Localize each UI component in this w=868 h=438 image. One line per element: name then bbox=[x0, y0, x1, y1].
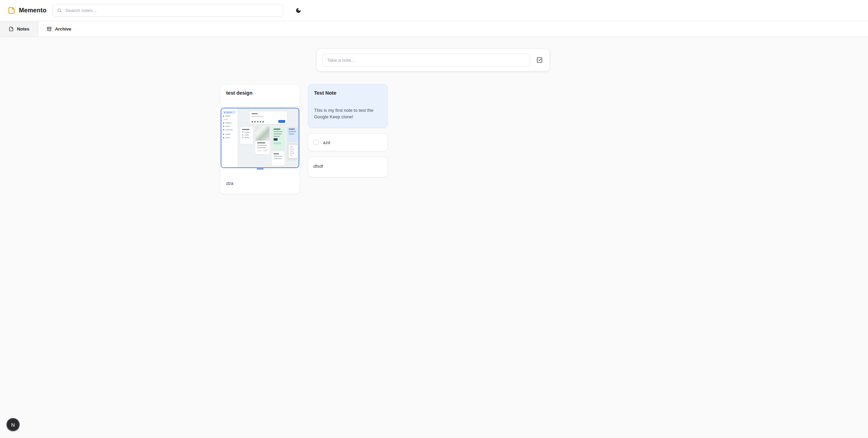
dark-mode-toggle[interactable] bbox=[293, 5, 304, 16]
notes-grid: test design bbox=[220, 84, 388, 194]
note-card-test-design[interactable]: test design bbox=[220, 84, 300, 194]
thumb-photo-card bbox=[255, 126, 269, 154]
thumb-white-card bbox=[272, 152, 285, 166]
note-composer bbox=[316, 49, 550, 71]
thumb-compose-box bbox=[250, 111, 287, 124]
thumb-save-button bbox=[278, 120, 285, 123]
app-header: Memento bbox=[0, 0, 868, 21]
note-card-azd[interactable]: azd bbox=[308, 133, 388, 151]
tab-archive[interactable]: Archive bbox=[38, 21, 80, 37]
note-logo-icon bbox=[8, 7, 15, 14]
checklist-icon bbox=[536, 57, 543, 63]
note-body: dfsdf bbox=[313, 163, 382, 169]
app-title: Memento bbox=[19, 7, 46, 14]
user-avatar[interactable]: N bbox=[7, 418, 20, 431]
note-card-dfsdf[interactable]: dfsdf bbox=[308, 157, 388, 177]
new-checklist-button[interactable] bbox=[536, 56, 543, 64]
file-icon bbox=[9, 26, 14, 32]
grid-column-2: Test Note This is my first note to test … bbox=[308, 84, 388, 177]
note-card-test-note[interactable]: Test Note This is my first note to test … bbox=[308, 84, 388, 128]
checklist-item-label: azd bbox=[323, 140, 330, 145]
note-title: Test Note bbox=[314, 90, 382, 96]
thumb-sidebar bbox=[221, 108, 238, 167]
note-body: This is my first note to test the Google… bbox=[314, 107, 382, 120]
note-body: dza bbox=[220, 181, 300, 194]
thumb-phone-card bbox=[287, 143, 297, 161]
thumb-bottom-accent bbox=[257, 168, 264, 169]
app-logo: Memento bbox=[8, 7, 46, 14]
take-a-note-input[interactable] bbox=[322, 54, 530, 67]
thumb-main-area bbox=[238, 108, 299, 167]
thumb-nav-item-active bbox=[223, 111, 236, 114]
moon-icon bbox=[296, 8, 301, 13]
search-bar[interactable] bbox=[53, 4, 283, 17]
tab-notes[interactable]: Notes bbox=[0, 21, 38, 37]
tab-archive-label: Archive bbox=[55, 26, 71, 32]
avatar-initial: N bbox=[11, 422, 15, 428]
archive-icon bbox=[47, 26, 52, 32]
note-title: test design bbox=[220, 84, 300, 96]
thumb-green-card bbox=[272, 127, 285, 150]
note-image-thumbnail bbox=[221, 108, 299, 168]
thumb-photo bbox=[255, 126, 269, 141]
search-icon bbox=[57, 8, 62, 13]
thumb-blue-card bbox=[287, 127, 297, 141]
grid-column-1: test design bbox=[220, 84, 300, 194]
search-input[interactable] bbox=[65, 8, 279, 13]
thumb-checklist-card bbox=[240, 127, 253, 144]
checklist-checkbox[interactable] bbox=[313, 140, 319, 145]
tab-notes-label: Notes bbox=[17, 26, 29, 32]
view-tabs: Notes Archive bbox=[0, 21, 868, 37]
